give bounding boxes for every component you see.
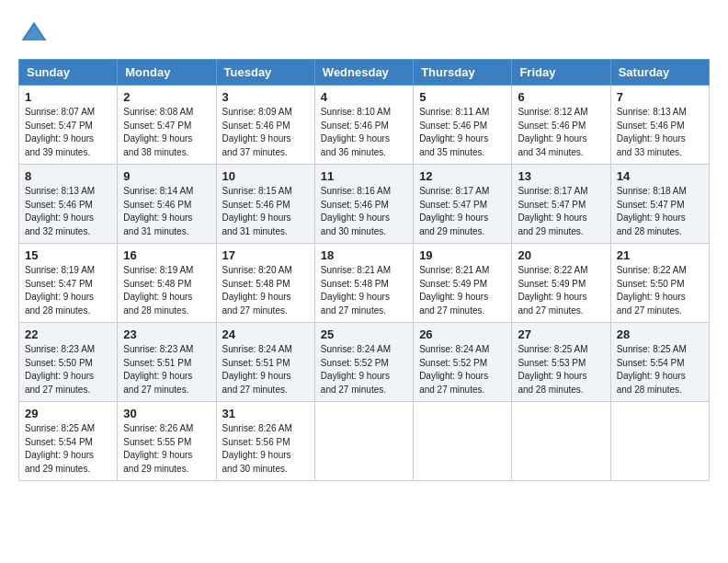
weekday-header-saturday: Saturday — [610, 60, 709, 86]
day-info: Sunrise: 8:16 AM Sunset: 5:46 PM Dayligh… — [321, 185, 407, 238]
weekday-header-tuesday: Tuesday — [216, 60, 314, 86]
calendar-cell-empty — [512, 402, 610, 481]
day-number: 19 — [419, 248, 506, 262]
calendar-cell-10: 10 Sunrise: 8:15 AM Sunset: 5:46 PM Dayl… — [216, 165, 314, 244]
day-info: Sunrise: 8:07 AM Sunset: 5:47 PM Dayligh… — [25, 106, 111, 159]
calendar-cell-4: 4 Sunrise: 8:10 AM Sunset: 5:46 PM Dayli… — [314, 86, 413, 165]
calendar-cell-empty — [610, 402, 709, 481]
day-info: Sunrise: 8:08 AM Sunset: 5:47 PM Dayligh… — [123, 106, 210, 159]
weekday-header-sunday: Sunday — [19, 60, 118, 86]
day-number: 15 — [25, 248, 111, 262]
day-info: Sunrise: 8:23 AM Sunset: 5:50 PM Dayligh… — [25, 343, 111, 396]
day-info: Sunrise: 8:13 AM Sunset: 5:46 PM Dayligh… — [25, 185, 111, 238]
calendar-week-4: 22 Sunrise: 8:23 AM Sunset: 5:50 PM Dayl… — [19, 323, 710, 402]
calendar-cell-1: 1 Sunrise: 8:07 AM Sunset: 5:47 PM Dayli… — [19, 86, 118, 165]
calendar-cell-18: 18 Sunrise: 8:21 AM Sunset: 5:48 PM Dayl… — [314, 244, 413, 323]
day-info: Sunrise: 8:21 AM Sunset: 5:48 PM Dayligh… — [321, 264, 407, 317]
calendar-cell-11: 11 Sunrise: 8:16 AM Sunset: 5:46 PM Dayl… — [314, 165, 413, 244]
weekday-header-thursday: Thursday — [414, 60, 512, 86]
calendar-cell-20: 20 Sunrise: 8:22 AM Sunset: 5:49 PM Dayl… — [512, 244, 610, 323]
day-info: Sunrise: 8:18 AM Sunset: 5:47 PM Dayligh… — [617, 185, 703, 238]
day-number: 9 — [123, 169, 210, 183]
day-number: 22 — [25, 327, 111, 341]
day-info: Sunrise: 8:25 AM Sunset: 5:54 PM Dayligh… — [25, 422, 111, 476]
weekday-header-monday: Monday — [118, 60, 216, 86]
logo — [18, 18, 48, 50]
calendar-cell-28: 28 Sunrise: 8:25 AM Sunset: 5:54 PM Dayl… — [610, 323, 709, 402]
day-number: 1 — [25, 90, 111, 104]
calendar-week-1: 1 Sunrise: 8:07 AM Sunset: 5:47 PM Dayli… — [19, 86, 710, 165]
calendar-week-2: 8 Sunrise: 8:13 AM Sunset: 5:46 PM Dayli… — [19, 165, 710, 244]
day-info: Sunrise: 8:26 AM Sunset: 5:56 PM Dayligh… — [222, 422, 309, 476]
calendar-cell-22: 22 Sunrise: 8:23 AM Sunset: 5:50 PM Dayl… — [19, 323, 118, 402]
day-number: 20 — [518, 248, 604, 262]
calendar-cell-5: 5 Sunrise: 8:11 AM Sunset: 5:46 PM Dayli… — [414, 86, 512, 165]
page-header — [18, 18, 710, 50]
day-info: Sunrise: 8:19 AM Sunset: 5:47 PM Dayligh… — [25, 264, 111, 317]
day-number: 2 — [123, 90, 210, 104]
day-info: Sunrise: 8:22 AM Sunset: 5:50 PM Dayligh… — [617, 264, 703, 317]
weekday-header-wednesday: Wednesday — [314, 60, 413, 86]
day-number: 31 — [222, 407, 309, 420]
calendar-cell-29: 29 Sunrise: 8:25 AM Sunset: 5:54 PM Dayl… — [19, 402, 118, 481]
calendar-cell-25: 25 Sunrise: 8:24 AM Sunset: 5:52 PM Dayl… — [314, 323, 413, 402]
day-info: Sunrise: 8:12 AM Sunset: 5:46 PM Dayligh… — [518, 106, 604, 159]
day-number: 4 — [321, 90, 407, 104]
calendar-cell-21: 21 Sunrise: 8:22 AM Sunset: 5:50 PM Dayl… — [610, 244, 709, 323]
day-number: 16 — [123, 248, 210, 262]
day-number: 11 — [321, 169, 407, 183]
day-number: 30 — [123, 407, 210, 420]
calendar-cell-17: 17 Sunrise: 8:20 AM Sunset: 5:48 PM Dayl… — [216, 244, 314, 323]
calendar-header-row: SundayMondayTuesdayWednesdayThursdayFrid… — [19, 60, 710, 86]
calendar-cell-7: 7 Sunrise: 8:13 AM Sunset: 5:46 PM Dayli… — [610, 86, 709, 165]
calendar-cell-12: 12 Sunrise: 8:17 AM Sunset: 5:47 PM Dayl… — [414, 165, 512, 244]
day-info: Sunrise: 8:25 AM Sunset: 5:53 PM Dayligh… — [518, 343, 604, 396]
day-number: 27 — [518, 327, 604, 341]
calendar-cell-16: 16 Sunrise: 8:19 AM Sunset: 5:48 PM Dayl… — [118, 244, 216, 323]
calendar-cell-26: 26 Sunrise: 8:24 AM Sunset: 5:52 PM Dayl… — [414, 323, 512, 402]
day-number: 7 — [617, 90, 703, 104]
weekday-header-friday: Friday — [512, 60, 610, 86]
day-info: Sunrise: 8:14 AM Sunset: 5:46 PM Dayligh… — [123, 185, 210, 238]
day-number: 26 — [419, 327, 506, 341]
day-number: 10 — [222, 169, 309, 183]
day-info: Sunrise: 8:24 AM Sunset: 5:52 PM Dayligh… — [321, 343, 407, 396]
day-info: Sunrise: 8:25 AM Sunset: 5:54 PM Dayligh… — [617, 343, 703, 396]
calendar-cell-15: 15 Sunrise: 8:19 AM Sunset: 5:47 PM Dayl… — [19, 244, 118, 323]
day-number: 8 — [25, 169, 111, 183]
day-number: 6 — [518, 90, 604, 104]
calendar-cell-empty — [314, 402, 413, 481]
day-info: Sunrise: 8:17 AM Sunset: 5:47 PM Dayligh… — [419, 185, 506, 238]
day-info: Sunrise: 8:24 AM Sunset: 5:51 PM Dayligh… — [222, 343, 309, 396]
day-info: Sunrise: 8:13 AM Sunset: 5:46 PM Dayligh… — [617, 106, 703, 159]
calendar-cell-8: 8 Sunrise: 8:13 AM Sunset: 5:46 PM Dayli… — [19, 165, 118, 244]
day-number: 14 — [617, 169, 703, 183]
calendar-cell-6: 6 Sunrise: 8:12 AM Sunset: 5:46 PM Dayli… — [512, 86, 610, 165]
day-info: Sunrise: 8:23 AM Sunset: 5:51 PM Dayligh… — [123, 343, 210, 396]
day-info: Sunrise: 8:17 AM Sunset: 5:47 PM Dayligh… — [518, 185, 604, 238]
day-number: 13 — [518, 169, 604, 183]
calendar-cell-14: 14 Sunrise: 8:18 AM Sunset: 5:47 PM Dayl… — [610, 165, 709, 244]
day-info: Sunrise: 8:10 AM Sunset: 5:46 PM Dayligh… — [321, 106, 407, 159]
calendar-table: SundayMondayTuesdayWednesdayThursdayFrid… — [18, 59, 710, 481]
day-number: 18 — [321, 248, 407, 262]
calendar-cell-empty — [414, 402, 512, 481]
day-number: 3 — [222, 90, 309, 104]
calendar-cell-27: 27 Sunrise: 8:25 AM Sunset: 5:53 PM Dayl… — [512, 323, 610, 402]
calendar-cell-9: 9 Sunrise: 8:14 AM Sunset: 5:46 PM Dayli… — [118, 165, 216, 244]
day-info: Sunrise: 8:20 AM Sunset: 5:48 PM Dayligh… — [222, 264, 309, 317]
day-info: Sunrise: 8:24 AM Sunset: 5:52 PM Dayligh… — [419, 343, 506, 396]
calendar-cell-31: 31 Sunrise: 8:26 AM Sunset: 5:56 PM Dayl… — [216, 402, 314, 481]
day-number: 12 — [419, 169, 506, 183]
calendar-cell-3: 3 Sunrise: 8:09 AM Sunset: 5:46 PM Dayli… — [216, 86, 314, 165]
calendar-week-3: 15 Sunrise: 8:19 AM Sunset: 5:47 PM Dayl… — [19, 244, 710, 323]
calendar-cell-30: 30 Sunrise: 8:26 AM Sunset: 5:55 PM Dayl… — [118, 402, 216, 481]
day-info: Sunrise: 8:21 AM Sunset: 5:49 PM Dayligh… — [419, 264, 506, 317]
day-number: 21 — [617, 248, 703, 262]
day-number: 17 — [222, 248, 309, 262]
day-number: 29 — [25, 407, 111, 420]
day-number: 28 — [617, 327, 703, 341]
calendar-cell-13: 13 Sunrise: 8:17 AM Sunset: 5:47 PM Dayl… — [512, 165, 610, 244]
day-info: Sunrise: 8:15 AM Sunset: 5:46 PM Dayligh… — [222, 185, 309, 238]
calendar-cell-19: 19 Sunrise: 8:21 AM Sunset: 5:49 PM Dayl… — [414, 244, 512, 323]
